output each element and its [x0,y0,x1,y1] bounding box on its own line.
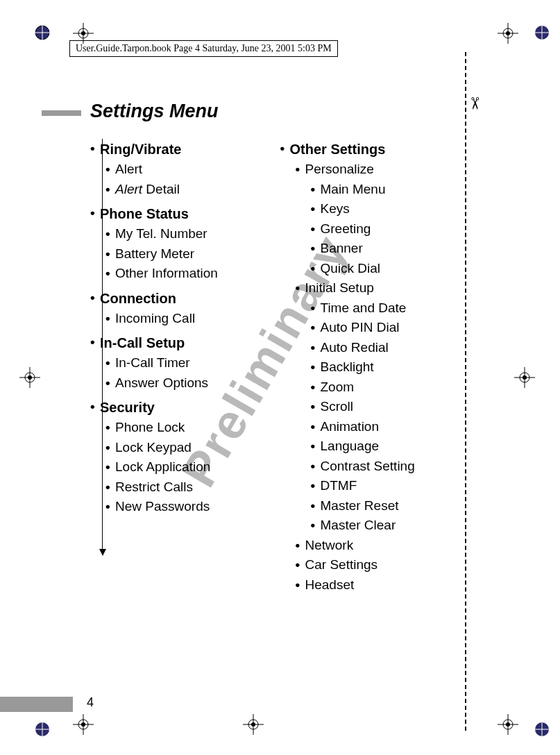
menu-item: •Headset [296,575,450,595]
bullet-icon: • [311,259,321,279]
menu-item-label: Phone Status [100,203,189,224]
menu-item: •Master Reset [311,496,450,516]
crop-mark-icon [73,714,94,735]
menu-item-label: New Passwords [115,497,210,517]
bullet-icon: • [311,239,321,259]
menu-item: •Phone Lock [105,418,260,438]
menu-item: •In-Call Timer [105,353,260,373]
bullet-icon: • [311,338,321,358]
menu-item: •Banner [311,239,450,259]
menu-item: •Keys [311,199,450,219]
bullet-icon: • [90,139,100,159]
svg-point-36 [251,722,255,727]
menu-item-label: Incoming Call [115,309,195,329]
menu-item: •Connection [90,288,260,309]
bullet-icon: • [105,353,115,373]
menu-item-label: Alert Detail [115,180,180,200]
bullet-icon: • [105,309,115,329]
crop-mark-icon [514,367,535,388]
svg-point-32 [81,722,85,727]
bullet-icon: • [105,438,115,458]
bullet-icon: • [311,199,321,219]
menu-item: •Initial Setup [296,278,450,298]
menu-item-label: Ring/Vibrate [100,139,181,160]
menu-item-label: Contrast Setting [321,457,415,477]
menu-item-label: Greeting [321,219,371,239]
menu-item: •Auto Redial [311,338,450,358]
menu-item-label: Other Information [115,264,218,284]
bullet-icon: • [311,180,321,200]
bullet-icon: • [105,373,115,393]
bullet-icon: • [90,288,100,308]
menu-item-label: In-Call Timer [115,353,190,373]
svg-point-16 [81,31,85,35]
page-number: 4 [87,695,94,710]
menu-item: •Alert Detail [105,180,260,200]
bullet-icon: • [90,397,100,417]
menu-item: •Auto PIN Dial [311,318,450,338]
bullet-icon: • [311,357,321,378]
bullet-icon: • [311,219,321,239]
bullet-icon: • [105,418,115,438]
menu-item-label: Animation [321,417,380,437]
bullet-icon: • [105,497,115,517]
menu-item: •New Passwords [105,497,260,517]
crop-mark-icon [243,714,264,735]
menu-item: •Master Clear [311,516,450,536]
menu-item: •Lock Application [105,457,260,477]
title-accent-bar [42,110,81,116]
menu-item: •Network [296,536,450,556]
menu-item: •Quick Dial [311,259,450,279]
menu-item: •Other Settings [280,139,450,160]
bullet-icon: • [296,160,305,180]
menu-item-label: Battery Meter [115,244,194,264]
crop-mark-icon [498,714,518,735]
bullet-icon: • [105,264,115,284]
bullet-icon: • [311,516,321,536]
menu-item: •Battery Meter [105,244,260,264]
menu-item: •Contrast Setting [311,457,450,477]
bullet-icon: • [280,139,290,159]
bullet-icon: • [311,397,321,417]
bullet-icon: • [296,536,305,556]
menu-item-label: Auto Redial [321,338,389,358]
menu-item: •Scroll [311,397,450,417]
menu-item: •Ring/Vibrate [90,139,260,160]
bullet-icon: • [105,477,115,498]
bullet-icon: • [311,417,321,437]
menu-item-label: Other Settings [290,139,386,160]
frame-header: User.Guide.Tarpon.book Page 4 Saturday, … [69,40,338,57]
menu-item-label: Network [305,536,354,556]
menu-item: •Animation [311,417,450,437]
menu-item: •Zoom [311,378,450,398]
bullet-icon: • [311,496,321,516]
bullet-icon: • [296,278,305,298]
bullet-icon: • [311,318,321,338]
menu-item: •Personalize [296,160,450,180]
menu-item-label: Restrict Calls [115,477,193,498]
menu-item-label: Car Settings [305,555,378,575]
menu-item-label: Language [321,436,380,457]
menu-item: •Lock Keypad [105,438,260,458]
menu-item-label: Backlight [321,357,374,378]
svg-point-24 [28,375,32,380]
svg-point-28 [523,375,527,380]
bullet-icon: • [311,298,321,319]
menu-item: •Phone Status [90,203,260,224]
registration-mark-icon [534,722,550,737]
bullet-icon: • [90,203,100,223]
bullet-icon: • [90,332,100,353]
menu-column-right: •Other Settings•Personalize•Main Menu•Ke… [280,135,450,595]
menu-item: •Other Information [105,264,260,284]
menu-item: •Language [311,436,450,457]
menu-item-label: Zoom [321,378,355,398]
menu-item: •Car Settings [296,555,450,575]
menu-item-label: Lock Keypad [115,438,192,458]
menu-item-label: Alert [115,160,142,180]
menu-item: •Main Menu [311,180,450,200]
registration-mark-icon [534,25,550,40]
menu-item: •In-Call Setup [90,332,260,353]
menu-item-label: Personalize [305,160,374,180]
bullet-icon: • [105,224,115,244]
menu-item: •My Tel. Number [105,224,260,244]
